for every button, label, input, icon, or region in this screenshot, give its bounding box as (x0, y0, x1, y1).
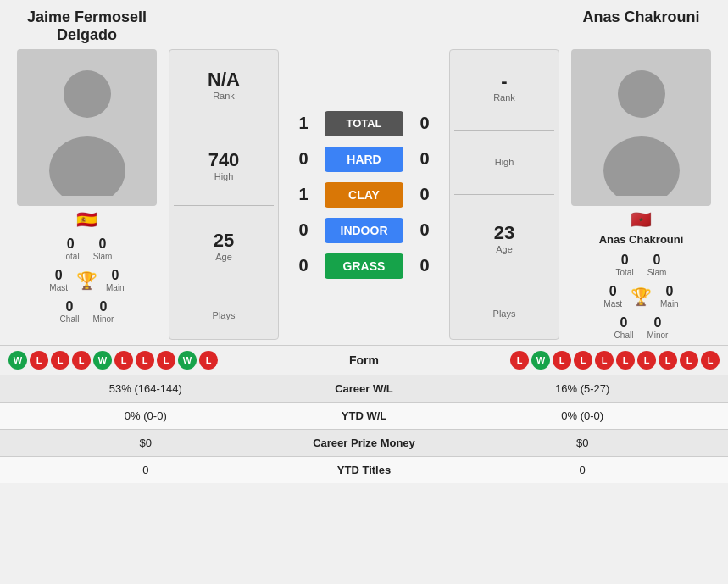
p2-form-10: L (701, 351, 720, 370)
player1-name: Jaime Fermosell (8, 8, 165, 26)
p1-high-block: 740 High (208, 149, 240, 181)
p2-form-1: L (510, 351, 529, 370)
right-stats-panel: - Rank High 23 Age Plays (449, 49, 559, 340)
player1-avatar (17, 49, 157, 206)
p1-form-2: L (30, 351, 48, 370)
p2-form-3: L (553, 351, 571, 370)
player1-stats-row3: 0 Chall 0 Minor (60, 299, 114, 324)
player1-mast: 0 Mast (49, 268, 68, 292)
svg-point-3 (603, 136, 680, 196)
player2-stats-row1: 0 Total 0 Slam (616, 253, 667, 277)
p2-age-block: 23 Age (494, 222, 514, 254)
career-wl-label: Career W/L (292, 375, 437, 403)
player1-form: W L L L W L L L W L (8, 351, 275, 370)
p2-form-4: L (574, 351, 592, 370)
player2-stats-row3: 0 Chall 0 Minor (614, 315, 669, 340)
p1-plays-block: Plays (213, 310, 236, 320)
total-btn[interactable]: Total (325, 111, 403, 136)
career-wl-row: 53% (164-144) Career W/L 16% (5-27) (0, 375, 728, 403)
player1-name-area: Jaime Fermosell Delgado (8, 8, 165, 44)
p2-form-8: L (659, 351, 677, 370)
player2-main: 0 Main (660, 284, 679, 309)
p2-form-9: L (680, 351, 698, 370)
p2-ytd-wl: 0% (0-0) (436, 403, 728, 430)
p2-rank-block: - Rank (493, 70, 515, 103)
score-row-total: 1 Total 0 (282, 108, 446, 140)
ytd-wl-row: 0% (0-0) YTD W/L 0% (0-0) (0, 403, 728, 430)
main-container: Jaime Fermosell Delgado Anas Chakrouni 🇪… (0, 0, 728, 483)
svg-point-0 (64, 70, 111, 118)
player2-name-below: Anas Chakrouni (599, 233, 684, 246)
player2-panel: 🇲🇦 Anas Chakrouni 0 Total 0 Slam 0 Mast (563, 49, 720, 340)
player1-flag: 🇪🇸 (76, 209, 97, 230)
p1-form-9: W (178, 351, 197, 370)
titles-row: 0 YTD Titles 0 (0, 457, 728, 484)
player2-chall: 0 Chall (614, 315, 634, 340)
p1-rank-block: N/A Rank (208, 69, 240, 101)
p2-titles: 0 (436, 457, 728, 484)
p2-form-5: L (595, 351, 614, 370)
p2-form-2: W (531, 351, 550, 370)
p1-form-10: L (199, 351, 218, 370)
stats-table: 53% (164-144) Career W/L 16% (5-27) 0% (… (0, 375, 728, 483)
left-stats-panel: N/A Rank 740 High 25 Age Plays (169, 49, 279, 340)
clay-btn[interactable]: Clay (325, 182, 403, 208)
p1-ytd-wl: 0% (0-0) (0, 403, 292, 430)
score-row-clay: 1 Clay 0 (282, 179, 446, 211)
score-row-indoor: 0 Indoor 0 (282, 214, 446, 247)
player2-slam: 0 Slam (647, 253, 667, 277)
player1-panel: 🇪🇸 0 Total 0 Slam 0 Mast 🏆 (8, 49, 165, 340)
player1-main: 0 Main (106, 268, 125, 292)
hard-btn[interactable]: Hard (325, 147, 403, 172)
ytd-wl-label: YTD W/L (292, 403, 437, 430)
player1-minor: 0 Minor (92, 299, 114, 324)
player1-stats-row1: 0 Total 0 Slam (62, 236, 113, 261)
p1-form-6: L (114, 351, 133, 370)
form-row: W L L L W L L L W L Form L W L L L L L L… (0, 345, 728, 375)
trophy-icon-p2: 🏆 (631, 286, 652, 307)
p2-form-7: L (637, 351, 656, 370)
p1-form-3: L (51, 351, 69, 370)
prize-label: Career Prize Money (292, 430, 437, 457)
player2-minor: 0 Minor (647, 315, 668, 340)
p2-plays-block: Plays (493, 309, 516, 319)
player2-mast: 0 Mast (603, 284, 622, 309)
score-row-grass: 0 Grass 0 (282, 250, 446, 282)
p1-form-1: W (8, 351, 27, 370)
p2-career-wl: 16% (5-27) (436, 375, 728, 403)
p2-high-block: High (495, 157, 514, 167)
p1-form-8: L (157, 351, 175, 370)
svg-point-1 (49, 136, 125, 196)
player2-total: 0 Total (616, 253, 634, 277)
player1-chall: 0 Chall (60, 299, 80, 324)
p1-titles: 0 (0, 457, 292, 484)
indoor-btn[interactable]: Indoor (325, 218, 403, 243)
trophy-icon-p1: 🏆 (76, 270, 97, 291)
player1-name2: Delgado (8, 26, 165, 44)
svg-point-2 (618, 70, 665, 118)
p1-form-5: W (93, 351, 112, 370)
player2-name-area: Anas Chakrouni (563, 8, 720, 26)
p2-form-6: L (616, 351, 635, 370)
titles-label: YTD Titles (292, 457, 437, 484)
player2-stats-row2: 0 Mast 🏆 0 Main (603, 284, 678, 309)
p1-age-block: 25 Age (214, 230, 234, 262)
player2-form: L W L L L L L L L L (453, 351, 720, 370)
p1-prize: $0 (0, 430, 292, 457)
score-row-hard: 0 Hard 0 (282, 143, 446, 175)
p1-form-4: L (72, 351, 91, 370)
form-label: Form (279, 353, 449, 367)
p2-prize: $0 (436, 430, 728, 457)
p1-form-7: L (136, 351, 154, 370)
scores-center: 1 Total 0 0 Hard 0 1 Clay 0 0 Indoor 0 (282, 49, 446, 340)
player2-avatar (571, 49, 711, 206)
player1-slam: 0 Slam (93, 236, 113, 261)
p1-career-wl: 53% (164-144) (0, 375, 292, 403)
player2-flag: 🇲🇦 (631, 209, 652, 230)
grass-btn[interactable]: Grass (325, 253, 403, 279)
player1-total: 0 Total (62, 236, 80, 261)
player1-stats-row2: 0 Mast 🏆 0 Main (49, 268, 124, 292)
prize-row: $0 Career Prize Money $0 (0, 430, 728, 457)
player2-name: Anas Chakrouni (563, 8, 720, 26)
